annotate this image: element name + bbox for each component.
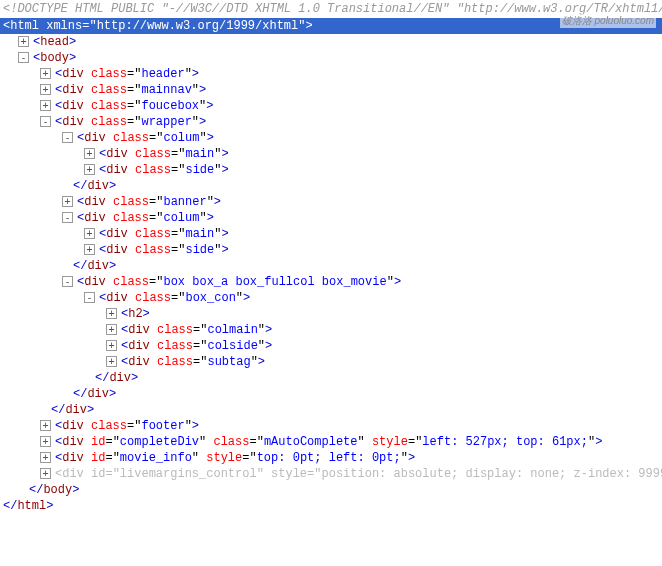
expand-icon[interactable]: + — [18, 36, 29, 47]
watermark: 破洛洛 poluoluo.com — [560, 14, 656, 28]
collapse-icon[interactable]: - — [62, 212, 73, 223]
completediv-div[interactable]: +<div id="completeDiv" class="mAutoCompl… — [0, 434, 662, 450]
banner-div[interactable]: +<div class="banner"> — [0, 194, 662, 210]
expand-icon[interactable]: + — [62, 196, 73, 207]
close-html: </html> — [0, 498, 662, 514]
colside-div[interactable]: +<div class="colside"> — [0, 338, 662, 354]
collapse-icon[interactable]: - — [18, 52, 29, 63]
expand-icon[interactable]: + — [106, 340, 117, 351]
expand-icon[interactable]: + — [40, 436, 51, 447]
expand-icon[interactable]: + — [106, 308, 117, 319]
close-div: </div> — [0, 258, 662, 274]
close-div: </div> — [0, 402, 662, 418]
expand-icon[interactable]: + — [106, 356, 117, 367]
colum-div-2[interactable]: -<div class="colum"> — [0, 210, 662, 226]
livemargins-div[interactable]: +<div id="livemargins_control" style="po… — [0, 466, 662, 482]
collapse-icon[interactable]: - — [62, 276, 73, 287]
colmain-div[interactable]: +<div class="colmain"> — [0, 322, 662, 338]
main-div-2[interactable]: +<div class="main"> — [0, 226, 662, 242]
expand-icon[interactable]: + — [84, 148, 95, 159]
expand-icon[interactable]: + — [40, 68, 51, 79]
close-div: </div> — [0, 370, 662, 386]
close-div: </div> — [0, 386, 662, 402]
expand-icon[interactable]: + — [84, 228, 95, 239]
close-div: </div> — [0, 178, 662, 194]
expand-icon[interactable]: + — [40, 100, 51, 111]
expand-icon[interactable]: + — [40, 84, 51, 95]
box-movie-div[interactable]: -<div class="box box_a box_fullcol box_m… — [0, 274, 662, 290]
foucebox-div[interactable]: +<div class="foucebox"> — [0, 98, 662, 114]
footer-div[interactable]: +<div class="footer"> — [0, 418, 662, 434]
box-con-div[interactable]: -<div class="box_con"> — [0, 290, 662, 306]
wrapper-div[interactable]: -<div class="wrapper"> — [0, 114, 662, 130]
head-node[interactable]: +<head> — [0, 34, 662, 50]
body-node[interactable]: -<body> — [0, 50, 662, 66]
expand-icon[interactable]: + — [40, 420, 51, 431]
expand-icon[interactable]: + — [40, 468, 51, 479]
expand-icon[interactable]: + — [84, 164, 95, 175]
expand-icon[interactable]: + — [84, 244, 95, 255]
close-body: </body> — [0, 482, 662, 498]
header-div[interactable]: +<div class="header"> — [0, 66, 662, 82]
subtag-div[interactable]: +<div class="subtag"> — [0, 354, 662, 370]
expand-icon[interactable]: + — [40, 452, 51, 463]
side-div-2[interactable]: +<div class="side"> — [0, 242, 662, 258]
side-div[interactable]: +<div class="side"> — [0, 162, 662, 178]
h2-node[interactable]: +<h2> — [0, 306, 662, 322]
colum-div[interactable]: -<div class="colum"> — [0, 130, 662, 146]
mainnav-div[interactable]: +<div class="mainnav"> — [0, 82, 662, 98]
collapse-icon[interactable]: - — [40, 116, 51, 127]
collapse-icon[interactable]: - — [62, 132, 73, 143]
main-div[interactable]: +<div class="main"> — [0, 146, 662, 162]
expand-icon[interactable]: + — [106, 324, 117, 335]
collapse-icon[interactable]: - — [84, 292, 95, 303]
movie-info-div[interactable]: +<div id="movie_info" style="top: 0pt; l… — [0, 450, 662, 466]
